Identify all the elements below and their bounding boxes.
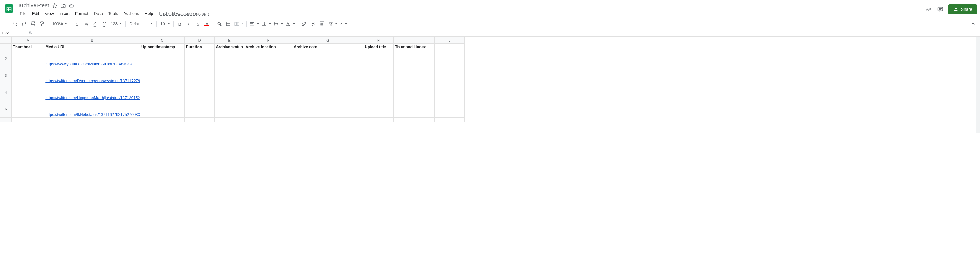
col-header-G[interactable]: G [292, 37, 363, 44]
comments-icon[interactable] [936, 5, 944, 13]
zoom-dropdown[interactable]: 100% [50, 19, 69, 28]
cell-F5[interactable] [244, 101, 292, 118]
row-header-4[interactable]: 4 [0, 84, 12, 101]
cell-C3[interactable] [140, 67, 184, 84]
functions-dropdown[interactable]: Σ [339, 19, 348, 28]
col-header-J[interactable]: J [434, 37, 465, 44]
text-rotation-dropdown[interactable] [285, 19, 296, 28]
col-header-B[interactable]: B [44, 37, 140, 44]
media-url-link[interactable]: https://www.youtube.com/watch?v=abRPaXgJ… [45, 62, 134, 66]
cell-D2[interactable] [185, 50, 215, 67]
cell-C5[interactable] [140, 101, 184, 118]
borders-button[interactable] [224, 19, 232, 28]
cell-B5[interactable]: https://twitter.com/IkNet/status/1371162… [44, 101, 140, 118]
menu-view[interactable]: View [42, 10, 56, 17]
cell-F3[interactable] [244, 67, 292, 84]
cell-A3[interactable] [12, 67, 44, 84]
cell-G1[interactable]: Archive date [292, 44, 363, 50]
more-formats-dropdown[interactable]: 123 [109, 19, 124, 28]
cell-J1[interactable] [434, 44, 465, 50]
increase-decimal-button[interactable]: .00 [100, 19, 108, 28]
star-icon[interactable] [52, 3, 58, 9]
cell-A2[interactable] [12, 50, 44, 67]
insert-chart-icon[interactable] [318, 19, 326, 28]
cell-E3[interactable] [215, 67, 244, 84]
cell-E2[interactable] [215, 50, 244, 67]
col-header-C[interactable]: C [140, 37, 184, 44]
sheets-app-icon[interactable] [3, 2, 15, 14]
insert-link-icon[interactable] [300, 19, 308, 28]
cell-J2[interactable] [434, 50, 465, 67]
col-header-I[interactable]: I [393, 37, 434, 44]
cell-H5[interactable] [363, 101, 393, 118]
cell-F2[interactable] [244, 50, 292, 67]
insert-comment-icon[interactable] [309, 19, 317, 28]
print-icon[interactable] [29, 19, 37, 28]
cell-H4[interactable] [363, 84, 393, 101]
cloud-status-icon[interactable] [68, 3, 75, 9]
cell-F4[interactable] [244, 84, 292, 101]
menu-addons[interactable]: Add-ons [121, 10, 141, 17]
font-family-dropdown[interactable]: Default (Ari... [127, 19, 154, 28]
cell-I1[interactable]: Thumbnail index [393, 44, 434, 50]
share-button[interactable]: Share [948, 4, 977, 14]
col-header-D[interactable]: D [185, 37, 215, 44]
cell-F1[interactable]: Archive location [244, 44, 292, 50]
name-box[interactable]: B22 [0, 31, 27, 35]
cell-B3[interactable]: https://twitter.com/DVanLangenhove/statu… [44, 67, 140, 84]
menu-insert[interactable]: Insert [57, 10, 72, 17]
cell-A4[interactable] [12, 84, 44, 101]
cell-I5[interactable] [393, 101, 434, 118]
menu-help[interactable]: Help [142, 10, 156, 17]
strikethrough-button[interactable]: S [194, 19, 202, 28]
col-header-E[interactable]: E [215, 37, 244, 44]
cell-A5[interactable] [12, 101, 44, 118]
filter-dropdown[interactable] [327, 19, 338, 28]
text-color-button[interactable]: A [203, 19, 211, 28]
cell-E4[interactable] [215, 84, 244, 101]
document-title[interactable]: archiver-test [19, 2, 49, 9]
format-percent-button[interactable]: % [82, 19, 90, 28]
row-header-2[interactable]: 2 [0, 50, 12, 67]
cell-D5[interactable] [185, 101, 215, 118]
media-url-link[interactable]: https://twitter.com/HegemanMarthijn/stat… [45, 96, 140, 100]
cell-J5[interactable] [434, 101, 465, 118]
format-currency-button[interactable]: $ [73, 19, 81, 28]
menu-file[interactable]: File [18, 10, 29, 17]
collapse-toolbar-icon[interactable] [969, 20, 977, 28]
select-all-corner[interactable] [0, 37, 12, 44]
row-header-3[interactable]: 3 [0, 67, 12, 84]
cell-C2[interactable] [140, 50, 184, 67]
cell-J4[interactable] [434, 84, 465, 101]
italic-button[interactable]: I [185, 19, 193, 28]
move-folder-icon[interactable] [60, 3, 66, 9]
cell-D3[interactable] [185, 67, 215, 84]
menu-tools[interactable]: Tools [106, 10, 121, 17]
row-header-5[interactable]: 5 [0, 101, 12, 118]
paint-format-icon[interactable] [38, 19, 46, 28]
cell-I2[interactable] [393, 50, 434, 67]
cell-E5[interactable] [215, 101, 244, 118]
cell-J3[interactable] [434, 67, 465, 84]
cell-B2[interactable]: https://www.youtube.com/watch?v=abRPaXgJ… [44, 50, 140, 67]
spreadsheet-grid[interactable]: A B C D E F G H I J 1 Thumbnail Media UR… [0, 37, 465, 123]
redo-icon[interactable] [20, 19, 28, 28]
menu-format[interactable]: Format [73, 10, 91, 17]
cell-H1[interactable]: Upload title [363, 44, 393, 50]
font-size-dropdown[interactable]: 10 [158, 19, 172, 28]
menu-edit[interactable]: Edit [30, 10, 42, 17]
merge-cells-dropdown[interactable] [233, 19, 244, 28]
cell-B1[interactable]: Media URL [44, 44, 140, 50]
cell-C1[interactable]: Upload timestamp [140, 44, 184, 50]
formula-input[interactable] [35, 29, 980, 37]
row-header-1[interactable]: 1 [0, 44, 12, 50]
cell-I3[interactable] [393, 67, 434, 84]
col-header-F[interactable]: F [244, 37, 292, 44]
activity-trend-icon[interactable] [924, 5, 932, 13]
media-url-link[interactable]: https://twitter.com/IkNet/status/1371162… [45, 112, 140, 117]
row-header-6[interactable] [0, 118, 12, 123]
cell-G5[interactable] [292, 101, 363, 118]
cell-E1[interactable]: Archive status [215, 44, 244, 50]
horizontal-align-dropdown[interactable] [248, 19, 260, 28]
cell-C4[interactable] [140, 84, 184, 101]
